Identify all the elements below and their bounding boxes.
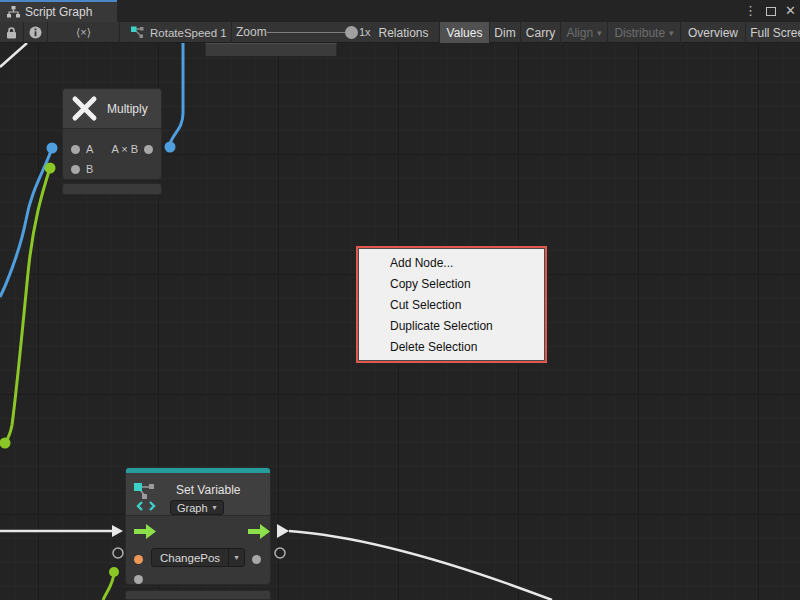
lock-icon [6, 27, 17, 39]
wire-blue-left [0, 148, 52, 297]
wire-endpoint-green[interactable] [0, 438, 11, 449]
code-view-button[interactable]: ⟨×⟩ [48, 22, 120, 43]
graph-node-icon [130, 26, 144, 39]
context-menu-item-add-node[interactable]: Add Node... [358, 253, 545, 274]
context-menu-item-duplicate[interactable]: Duplicate Selection [358, 316, 545, 337]
node-title: Multiply [107, 102, 148, 116]
context-menu-item-delete[interactable]: Delete Selection [358, 337, 545, 358]
multiply-row-b: B [63, 159, 161, 179]
tab-script-graph[interactable]: Script Graph [0, 0, 117, 22]
output-port[interactable] [144, 145, 153, 154]
wire-white-topleft [0, 43, 27, 67]
flow-row [126, 521, 270, 543]
port-label: B [86, 163, 93, 175]
flow-out-arrow[interactable] [248, 524, 272, 539]
window-menu-icon[interactable]: ⋮ [744, 0, 757, 22]
zoom-label: Zoom [236, 25, 267, 39]
code-icon: ⟨×⟩ [76, 26, 91, 39]
overview-button[interactable]: Overview [681, 22, 746, 43]
full-screen-button[interactable]: Full Screen [746, 22, 800, 43]
info-icon [29, 26, 42, 39]
flow-in-arrow[interactable] [134, 524, 158, 539]
port-label: A × B [111, 143, 138, 155]
dim-button[interactable]: Dim [490, 22, 521, 43]
close-icon[interactable]: ✕ [785, 0, 796, 22]
set-variable-node-footer [125, 590, 271, 600]
variable-name-row: ChangePos ▾ [126, 548, 270, 570]
align-button[interactable]: Align ▾ [561, 22, 608, 43]
zoom-slider[interactable] [267, 32, 352, 33]
lock-button[interactable] [0, 22, 24, 43]
wire-white-out [289, 531, 552, 600]
zoom-slider-thumb[interactable] [345, 26, 358, 39]
multiply-node-footer [62, 183, 162, 195]
name-port[interactable] [134, 555, 143, 564]
input-port-a[interactable] [71, 145, 80, 154]
set-variable-node[interactable]: Set Variable Graph ▾ ChangePos ▾ [125, 467, 271, 585]
port-label: A [86, 143, 93, 155]
context-menu: Add Node... Copy Selection Cut Selection… [356, 246, 547, 363]
carry-button[interactable]: Carry [521, 22, 561, 43]
variable-scope-dropdown[interactable]: Graph ▾ [170, 500, 224, 515]
wire-endpoint-green[interactable] [45, 163, 56, 174]
script-graph-icon [7, 6, 20, 18]
node-title: Set Variable [176, 483, 240, 497]
chevron-down-icon: ▾ [213, 503, 217, 512]
multiply-node[interactable]: Multiply A A × B B [62, 88, 162, 180]
distribute-button[interactable]: Distribute ▾ [608, 22, 681, 43]
partial-node-top[interactable] [205, 43, 337, 56]
title-bar: Script Graph ⋮ ✕ [0, 0, 800, 22]
values-button[interactable]: Values [440, 22, 490, 43]
input-port-b[interactable] [71, 165, 80, 174]
context-menu-item-cut[interactable]: Cut Selection [358, 295, 545, 316]
graph-canvas[interactable]: Multiply A A × B B [0, 43, 800, 600]
wire-blue-up [170, 43, 183, 144]
wire-endpoint-blue[interactable] [47, 143, 58, 154]
output-port[interactable] [252, 555, 261, 564]
info-button[interactable] [24, 22, 48, 43]
wire-endpoint-blue[interactable] [165, 142, 176, 153]
value-port[interactable] [134, 575, 143, 584]
maximize-icon[interactable] [766, 7, 776, 16]
set-variable-header[interactable]: Set Variable Graph ▾ [126, 473, 270, 516]
multiply-node-header[interactable]: Multiply [63, 89, 161, 129]
tab-title: Script Graph [25, 5, 92, 19]
set-variable-icon [132, 481, 162, 511]
variable-name-dropdown[interactable]: ChangePos ▾ [151, 548, 245, 567]
wire-endpoint-green[interactable] [109, 567, 119, 577]
chevron-down-icon: ▾ [228, 549, 244, 566]
relations-button[interactable]: Relations [368, 22, 440, 43]
graph-selector[interactable]: RotateSpeed 1 [120, 22, 232, 43]
context-menu-item-copy[interactable]: Copy Selection [358, 274, 545, 295]
wire-arrowhead [277, 524, 289, 538]
chevron-down-icon: ▾ [669, 28, 674, 38]
script-graph-window: Script Graph ⋮ ✕ ⟨×⟩ [0, 0, 800, 600]
chevron-down-icon: ▾ [597, 28, 602, 38]
value-ring [275, 548, 285, 558]
multiply-row-a: A A × B [63, 139, 161, 159]
wire-arrowhead [112, 525, 123, 537]
value-port-row [126, 570, 270, 588]
graph-selector-label: RotateSpeed 1 [150, 27, 227, 39]
value-ring [113, 548, 123, 558]
multiply-icon [71, 95, 98, 122]
graph-toolbar: ⟨×⟩ RotateSpeed 1 Zoom 1x Relations Valu… [0, 22, 800, 43]
